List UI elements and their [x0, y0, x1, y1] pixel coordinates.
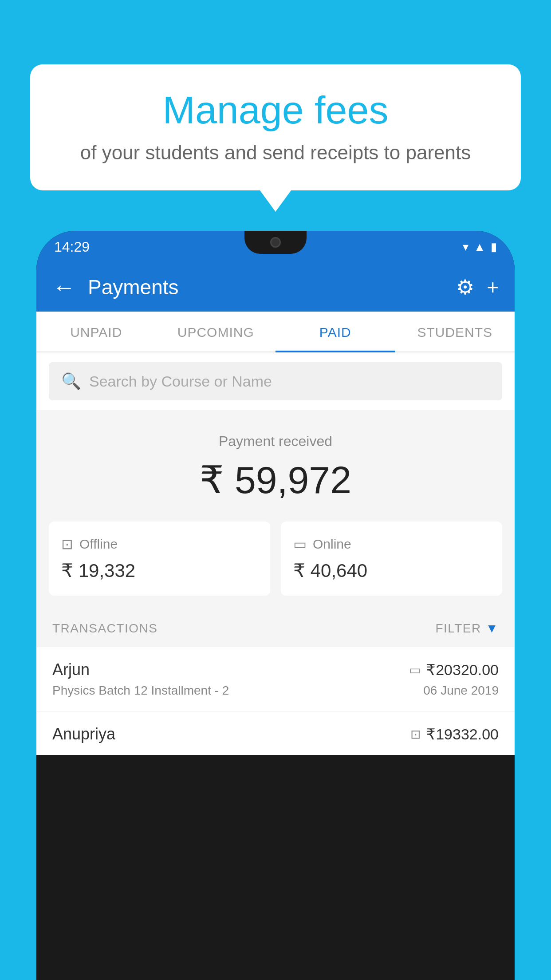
payment-cards: ⊡ Offline ₹ 19,332 ▭ Online ₹ 40,640: [36, 522, 515, 610]
transaction-top: Arjun ▭ ₹20320.00: [52, 660, 499, 679]
payment-received-amount: ₹ 59,972: [36, 458, 515, 502]
filter-icon: ▼: [486, 621, 499, 636]
transaction-amount: ₹19332.00: [426, 725, 499, 743]
transaction-amount-wrap: ▭ ₹20320.00: [409, 661, 499, 679]
status-icons: ▾ ▲ ▮: [463, 240, 497, 254]
phone-frame: 14:29 ▾ ▲ ▮ ← Payments ⚙ + UNPAID UPCOMI…: [36, 231, 515, 980]
status-time: 14:29: [54, 239, 90, 255]
settings-icon[interactable]: ⚙: [456, 275, 474, 299]
tabs-bar: UNPAID UPCOMING PAID STUDENTS: [36, 312, 515, 352]
offline-payment-card: ⊡ Offline ₹ 19,332: [49, 522, 270, 596]
transaction-bottom: Physics Batch 12 Installment - 2 06 June…: [52, 684, 499, 698]
transaction-top: Anupriya ⊡ ₹19332.00: [52, 725, 499, 743]
signal-icon: ▲: [474, 240, 485, 254]
tab-unpaid[interactable]: UNPAID: [36, 312, 156, 352]
speech-bubble-container: Manage fees of your students and send re…: [30, 64, 521, 190]
tab-upcoming[interactable]: UPCOMING: [156, 312, 276, 352]
transaction-amount-wrap: ⊡ ₹19332.00: [410, 725, 499, 743]
offline-card-type: ⊡ Offline: [61, 536, 258, 553]
payment-type-icon: ▭: [409, 663, 421, 677]
transactions-header: TRANSACTIONS FILTER ▼: [36, 610, 515, 647]
add-icon[interactable]: +: [487, 275, 499, 299]
search-container: 🔍 Search by Course or Name: [36, 352, 515, 410]
search-bar[interactable]: 🔍 Search by Course or Name: [49, 362, 502, 400]
manage-fees-title: Manage fees: [57, 89, 494, 132]
transaction-list: Arjun ▭ ₹20320.00 Physics Batch 12 Insta…: [36, 647, 515, 755]
offline-icon: ⊡: [61, 536, 73, 553]
transaction-name: Arjun: [52, 660, 90, 679]
online-payment-card: ▭ Online ₹ 40,640: [281, 522, 502, 596]
tab-paid[interactable]: PAID: [276, 312, 395, 352]
manage-fees-subtitle: of your students and send receipts to pa…: [57, 142, 494, 164]
phone-notch: [244, 231, 307, 254]
transactions-label: TRANSACTIONS: [52, 621, 157, 636]
transaction-item[interactable]: Anupriya ⊡ ₹19332.00: [36, 711, 515, 755]
transaction-item[interactable]: Arjun ▭ ₹20320.00 Physics Batch 12 Insta…: [36, 647, 515, 711]
battery-icon: ▮: [491, 240, 497, 254]
transaction-course: Physics Batch 12 Installment - 2: [52, 684, 229, 698]
app-title: Payments: [88, 275, 456, 299]
app-bar: ← Payments ⚙ +: [36, 263, 515, 312]
online-card-type: ▭ Online: [293, 536, 490, 553]
transaction-amount: ₹20320.00: [426, 661, 499, 679]
online-amount: ₹ 40,640: [293, 560, 490, 581]
phone-camera: [270, 237, 281, 248]
transaction-name: Anupriya: [52, 725, 115, 743]
search-placeholder: Search by Course or Name: [89, 373, 272, 390]
back-button[interactable]: ←: [52, 274, 75, 300]
payment-type-icon: ⊡: [410, 727, 421, 742]
offline-amount: ₹ 19,332: [61, 560, 258, 581]
wifi-icon: ▾: [463, 240, 468, 254]
phone-screen: 🔍 Search by Course or Name Payment recei…: [36, 352, 515, 755]
speech-bubble: Manage fees of your students and send re…: [30, 64, 521, 190]
app-bar-actions: ⚙ +: [456, 275, 499, 299]
search-icon: 🔍: [61, 372, 81, 391]
online-icon: ▭: [293, 536, 307, 553]
payment-received-section: Payment received ₹ 59,972: [36, 410, 515, 522]
filter-button[interactable]: FILTER ▼: [435, 621, 499, 636]
tab-students[interactable]: STUDENTS: [395, 312, 515, 352]
status-bar: 14:29 ▾ ▲ ▮: [36, 231, 515, 263]
payment-received-label: Payment received: [36, 433, 515, 450]
transaction-date: 06 June 2019: [423, 684, 499, 698]
